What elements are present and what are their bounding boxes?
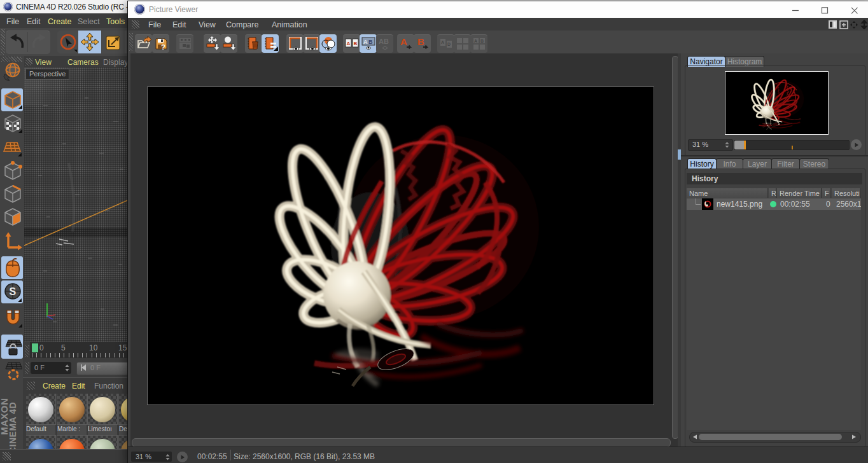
svg-text:B: B bbox=[480, 39, 484, 43]
svg-text:S: S bbox=[10, 286, 17, 297]
svg-text:?: ? bbox=[161, 43, 165, 51]
svg-text:D: D bbox=[447, 42, 451, 46]
svg-text:B: B bbox=[417, 36, 424, 47]
svg-text:A: A bbox=[347, 41, 351, 46]
svg-text:A: A bbox=[441, 40, 444, 45]
svg-text:A: A bbox=[474, 39, 477, 43]
svg-text:A: A bbox=[400, 36, 407, 47]
svg-text:A: A bbox=[363, 39, 368, 45]
svg-text:AB: AB bbox=[379, 38, 389, 45]
svg-text:B: B bbox=[368, 39, 373, 45]
svg-text:B: B bbox=[354, 41, 358, 46]
